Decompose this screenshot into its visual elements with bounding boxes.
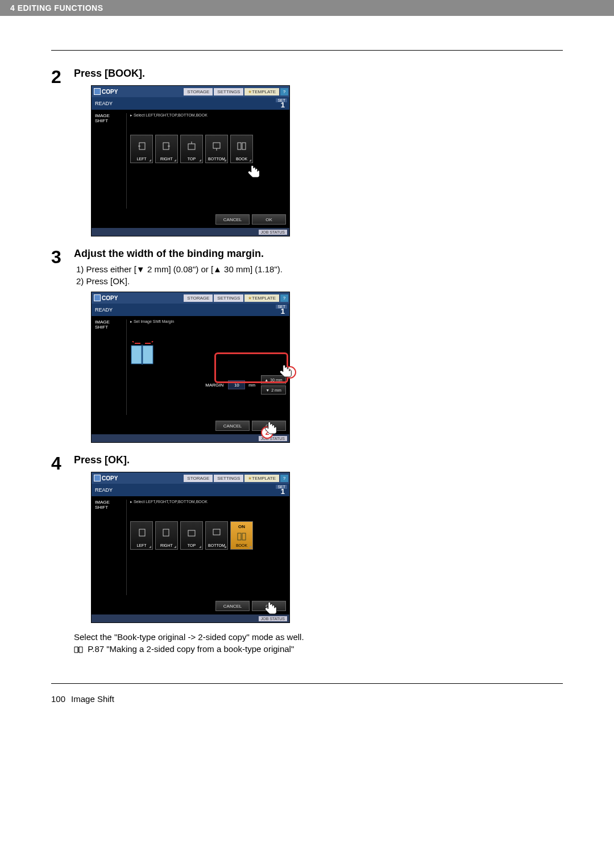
job-status-button[interactable]: JOB STATUS: [259, 436, 287, 441]
shift-right-button[interactable]: RIGHT: [155, 135, 178, 163]
note-ref-text: P.87 "Making a 2-sided copy from a book-…: [88, 644, 294, 654]
book-illustration-icon: [130, 341, 155, 367]
note-line-1: Select the "Book-type original -> 2-side…: [74, 632, 563, 642]
ok-button[interactable]: OK: [252, 214, 286, 225]
shift-top-button[interactable]: TOP: [180, 521, 203, 550]
step-3: 3 Adjust the width of the binding margin…: [51, 248, 563, 443]
footer-title: Image Shift: [71, 694, 114, 704]
tab-template[interactable]: ★TEMPLATE: [244, 475, 279, 482]
svg-rect-6: [131, 346, 142, 364]
job-status-button[interactable]: JOB STATUS: [259, 616, 287, 621]
page-number: 100: [51, 694, 65, 704]
up-label: 30 mm: [270, 378, 282, 382]
tab-template-label: TEMPLATE: [252, 296, 276, 301]
hint-text: Select LEFT,RIGHT,TOP,BOTTOM,BOOK: [130, 500, 286, 504]
tab-settings[interactable]: SETTINGS: [214, 88, 243, 95]
cancel-button[interactable]: CANCEL: [215, 421, 250, 431]
status-ready: READY: [95, 101, 113, 106]
btn-label: RIGHT: [160, 157, 173, 161]
copy-mode-label: COPY: [92, 472, 122, 484]
svg-rect-4: [238, 143, 241, 149]
step-title: Adjust the width of the binding margin.: [74, 248, 563, 260]
status-ready: READY: [95, 307, 113, 313]
copy-mode-label: COPY: [92, 292, 122, 304]
substep-2: 2) Press [OK].: [74, 276, 563, 286]
copy-count: 1: [281, 487, 285, 496]
shift-left-button[interactable]: LEFT: [130, 521, 153, 550]
device-screenshot-step3: COPY STORAGE SETTINGS ★TEMPLATE ? READY …: [91, 292, 290, 443]
btn-label: BOTTOM: [208, 543, 225, 547]
shift-right-button[interactable]: RIGHT: [155, 521, 178, 550]
shift-book-button[interactable]: ONBOOK: [230, 521, 253, 550]
section-header: 4 EDITING FUNCTIONS: [0, 0, 614, 16]
step-title: Press [OK].: [74, 454, 563, 466]
ok-button[interactable]: OK: [252, 421, 286, 431]
status-ready: READY: [95, 487, 113, 493]
left-panel-label: IMAGE SHIFT: [95, 113, 127, 209]
device-screenshot-step2: COPY STORAGE SETTINGS ★TEMPLATE ? READY …: [91, 85, 290, 236]
btn-label: BOTTOM: [208, 157, 225, 161]
copy-mode-label: COPY: [92, 86, 122, 97]
tab-settings[interactable]: SETTINGS: [214, 294, 243, 302]
help-button[interactable]: ?: [280, 88, 288, 95]
help-button[interactable]: ?: [280, 294, 288, 302]
svg-rect-2: [188, 144, 195, 149]
cancel-button[interactable]: CANCEL: [215, 214, 250, 225]
down-triangle-icon: ▼: [265, 388, 269, 392]
tab-settings[interactable]: SETTINGS: [214, 475, 243, 482]
tab-template[interactable]: ★TEMPLATE: [244, 294, 279, 302]
margin-unit: mm: [248, 383, 255, 387]
margin-label: MARGIN: [205, 383, 223, 388]
divider: [51, 50, 563, 51]
tab-template-label: TEMPLATE: [252, 89, 276, 94]
step-4: 4 Press [OK]. COPY STORAGE SETTINGS ★TEM…: [51, 454, 563, 655]
copy-count: 1: [281, 101, 285, 109]
copy-count: 1: [281, 307, 285, 315]
page-footer: 100 Image Shift: [51, 683, 563, 721]
btn-label: BOOK: [236, 157, 247, 161]
on-badge: ON: [238, 522, 245, 529]
tab-template-label: TEMPLATE: [252, 476, 276, 481]
hint-text: Select LEFT,RIGHT,TOP,BOTTOM,BOOK: [130, 113, 286, 118]
book-icon: [74, 645, 83, 655]
substep-1: 1) Press either [▼ 2 mm] (0.08") or [▲ 3…: [74, 264, 563, 274]
shift-left-button[interactable]: LEFT: [130, 135, 153, 163]
shift-bottom-button[interactable]: BOTTOM: [205, 521, 228, 550]
shift-top-button[interactable]: TOP: [180, 135, 203, 163]
margin-increase-button[interactable]: ▲30 mm: [261, 375, 286, 384]
up-triangle-icon: ▲: [264, 378, 268, 382]
svg-rect-3: [213, 143, 220, 148]
step-title: Press [BOOK].: [74, 68, 563, 80]
tab-storage[interactable]: STORAGE: [184, 475, 213, 482]
cancel-button[interactable]: CANCEL: [215, 601, 250, 611]
btn-label: TOP: [188, 543, 196, 547]
left-panel-label: IMAGE SHIFT: [95, 319, 127, 415]
step-number: 2: [51, 68, 74, 236]
svg-rect-9: [139, 529, 145, 536]
btn-label: RIGHT: [160, 543, 173, 547]
svg-rect-13: [238, 533, 241, 540]
ok-button[interactable]: OK: [252, 601, 286, 611]
svg-rect-11: [188, 530, 195, 536]
btn-label: BOOK: [236, 543, 247, 547]
margin-decrease-button[interactable]: ▼2 mm: [261, 385, 286, 394]
svg-rect-14: [242, 533, 246, 540]
btn-label: LEFT: [136, 157, 146, 161]
tab-storage[interactable]: STORAGE: [184, 294, 213, 302]
down-label: 2 mm: [271, 388, 281, 392]
device-screenshot-step4: COPY STORAGE SETTINGS ★TEMPLATE ? READY …: [91, 472, 290, 623]
tab-storage[interactable]: STORAGE: [184, 88, 213, 95]
job-status-button[interactable]: JOB STATUS: [259, 230, 287, 235]
step-number: 3: [51, 248, 74, 443]
tab-template[interactable]: ★TEMPLATE: [244, 88, 279, 95]
left-panel-label: IMAGE SHIFT: [95, 500, 127, 595]
shift-bottom-button[interactable]: BOTTOM: [205, 135, 228, 163]
shift-book-button[interactable]: BOOK: [230, 135, 253, 163]
svg-rect-7: [143, 346, 153, 364]
btn-label: LEFT: [136, 543, 146, 547]
help-button[interactable]: ?: [280, 475, 288, 482]
svg-rect-5: [242, 143, 246, 149]
btn-label: TOP: [188, 157, 196, 161]
step-2: 2 Press [BOOK]. COPY STORAGE SETTINGS ★T…: [51, 68, 563, 236]
hint-text: Set Image Shift Margin: [130, 319, 286, 324]
